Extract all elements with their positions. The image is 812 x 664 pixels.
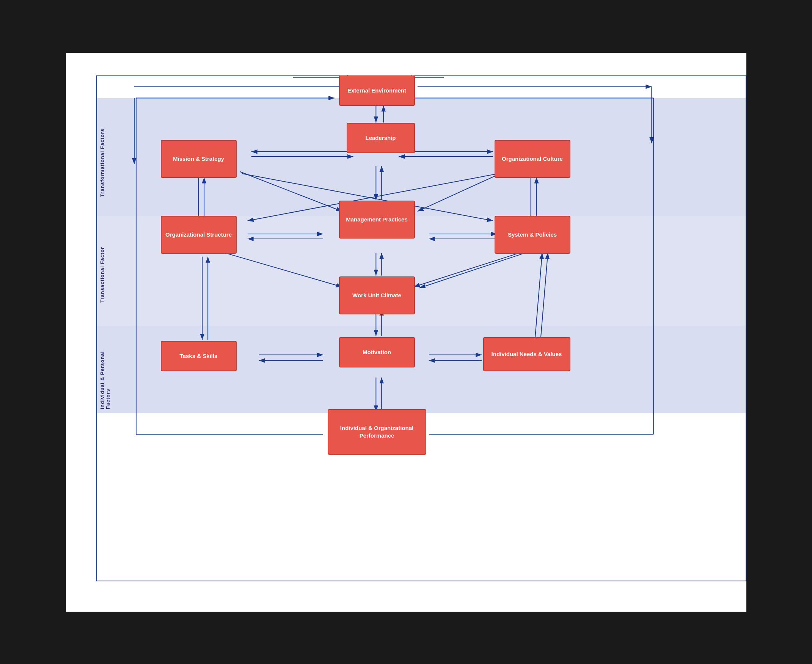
node-mgmt-practices: Management Practices <box>339 200 415 239</box>
node-work-unit: Work Unit Climate <box>339 277 415 314</box>
node-individual-needs: Individual Needs & Values <box>483 337 570 371</box>
node-performance: Individual & Organizational Performance <box>328 409 426 455</box>
node-systems: System & Policies <box>495 216 570 254</box>
node-org-culture: Organizational Culture <box>495 140 570 178</box>
canvas: Transformational Factors Transactional F… <box>65 52 747 613</box>
node-tasks-skills: Tasks & Skills <box>161 341 237 371</box>
node-external: External Environment <box>339 75 415 106</box>
node-motivation: Motivation <box>339 337 415 368</box>
node-leadership: Leadership <box>347 123 415 153</box>
node-org-structure: Organizational Structure <box>161 216 237 254</box>
node-mission: Mission & Strategy <box>161 140 237 178</box>
